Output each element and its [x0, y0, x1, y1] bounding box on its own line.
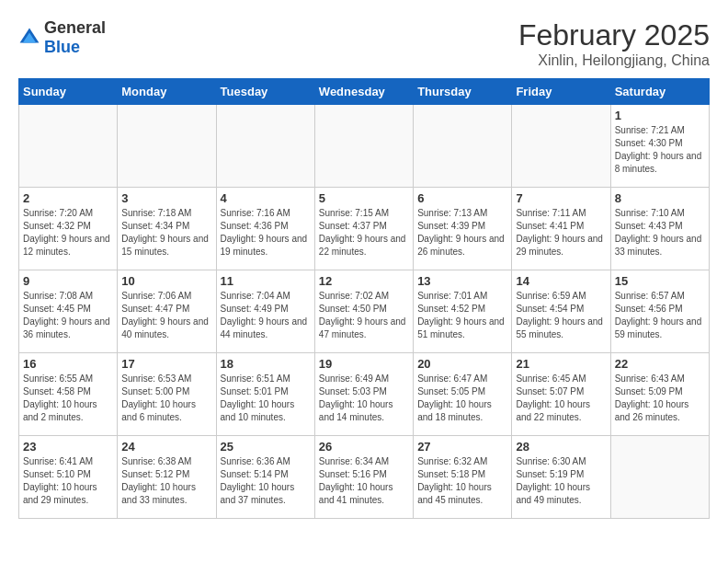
- header-monday: Monday: [118, 79, 216, 105]
- logo-text-blue: Blue: [44, 38, 80, 56]
- day-info: Sunrise: 7:20 AM Sunset: 4:32 PM Dayligh…: [23, 207, 113, 259]
- table-row: 1Sunrise: 7:21 AM Sunset: 4:30 PM Daylig…: [610, 105, 709, 188]
- logo-text-general: General: [44, 18, 106, 37]
- day-number: 18: [221, 357, 311, 371]
- table-row: 24Sunrise: 6:38 AM Sunset: 5:12 PM Dayli…: [118, 436, 216, 519]
- header-thursday: Thursday: [414, 79, 512, 105]
- table-row: 17Sunrise: 6:53 AM Sunset: 5:00 PM Dayli…: [118, 353, 216, 436]
- day-number: 17: [121, 357, 211, 371]
- table-row: [216, 105, 314, 188]
- header-sunday: Sunday: [19, 79, 118, 105]
- table-row: 14Sunrise: 6:59 AM Sunset: 4:54 PM Dayli…: [512, 270, 610, 353]
- day-number: 21: [516, 357, 606, 371]
- table-row: [512, 105, 610, 188]
- day-info: Sunrise: 7:01 AM Sunset: 4:52 PM Dayligh…: [417, 290, 507, 341]
- day-info: Sunrise: 6:47 AM Sunset: 5:05 PM Dayligh…: [417, 373, 507, 424]
- day-number: 4: [221, 191, 311, 205]
- week-row-2: 2Sunrise: 7:20 AM Sunset: 4:32 PM Daylig…: [19, 188, 710, 270]
- week-row-1: 1Sunrise: 7:21 AM Sunset: 4:30 PM Daylig…: [19, 105, 710, 188]
- title-block: February 2025 Xinlin, Heilongjiang, Chin…: [518, 18, 710, 69]
- day-info: Sunrise: 7:10 AM Sunset: 4:43 PM Dayligh…: [615, 207, 705, 259]
- day-info: Sunrise: 6:43 AM Sunset: 5:09 PM Dayligh…: [615, 373, 705, 424]
- table-row: 3Sunrise: 7:18 AM Sunset: 4:34 PM Daylig…: [118, 188, 216, 270]
- day-number: 19: [319, 357, 409, 371]
- day-info: Sunrise: 7:06 AM Sunset: 4:47 PM Dayligh…: [121, 290, 211, 341]
- day-number: 6: [417, 191, 507, 205]
- table-row: [118, 105, 216, 188]
- table-row: 2Sunrise: 7:20 AM Sunset: 4:32 PM Daylig…: [19, 188, 118, 270]
- header-row: Sunday Monday Tuesday Wednesday Thursday…: [19, 79, 710, 105]
- day-number: 11: [221, 274, 311, 288]
- day-info: Sunrise: 6:34 AM Sunset: 5:16 PM Dayligh…: [319, 455, 409, 507]
- day-info: Sunrise: 6:32 AM Sunset: 5:18 PM Dayligh…: [417, 455, 507, 507]
- table-row: 23Sunrise: 6:41 AM Sunset: 5:10 PM Dayli…: [19, 436, 118, 519]
- day-info: Sunrise: 6:45 AM Sunset: 5:07 PM Dayligh…: [516, 373, 606, 424]
- table-row: 12Sunrise: 7:02 AM Sunset: 4:50 PM Dayli…: [314, 270, 413, 353]
- day-info: Sunrise: 7:04 AM Sunset: 4:49 PM Dayligh…: [221, 290, 311, 341]
- table-row: 19Sunrise: 6:49 AM Sunset: 5:03 PM Dayli…: [314, 353, 413, 436]
- day-number: 10: [121, 274, 211, 288]
- table-row: 26Sunrise: 6:34 AM Sunset: 5:16 PM Dayli…: [314, 436, 413, 519]
- day-info: Sunrise: 6:51 AM Sunset: 5:01 PM Dayligh…: [221, 373, 311, 424]
- table-row: 11Sunrise: 7:04 AM Sunset: 4:49 PM Dayli…: [216, 270, 314, 353]
- day-number: 8: [615, 191, 705, 205]
- day-number: 20: [417, 357, 507, 371]
- table-row: 28Sunrise: 6:30 AM Sunset: 5:19 PM Dayli…: [512, 436, 610, 519]
- day-info: Sunrise: 7:08 AM Sunset: 4:45 PM Dayligh…: [23, 290, 113, 341]
- table-row: 20Sunrise: 6:47 AM Sunset: 5:05 PM Dayli…: [414, 353, 512, 436]
- table-row: 8Sunrise: 7:10 AM Sunset: 4:43 PM Daylig…: [610, 188, 709, 270]
- day-info: Sunrise: 6:30 AM Sunset: 5:19 PM Dayligh…: [516, 455, 606, 507]
- day-info: Sunrise: 7:18 AM Sunset: 4:34 PM Dayligh…: [121, 207, 211, 259]
- table-row: 7Sunrise: 7:11 AM Sunset: 4:41 PM Daylig…: [512, 188, 610, 270]
- logo-icon: [18, 27, 40, 49]
- table-row: 10Sunrise: 7:06 AM Sunset: 4:47 PM Dayli…: [118, 270, 216, 353]
- day-number: 5: [319, 191, 409, 205]
- day-number: 14: [516, 274, 606, 288]
- day-number: 9: [23, 274, 113, 288]
- table-row: 16Sunrise: 6:55 AM Sunset: 4:58 PM Dayli…: [19, 353, 118, 436]
- week-row-5: 23Sunrise: 6:41 AM Sunset: 5:10 PM Dayli…: [19, 436, 710, 519]
- day-number: 24: [121, 440, 211, 454]
- day-info: Sunrise: 6:49 AM Sunset: 5:03 PM Dayligh…: [319, 373, 409, 424]
- table-row: [19, 105, 118, 188]
- calendar-subtitle: Xinlin, Heilongjiang, China: [518, 52, 710, 69]
- day-info: Sunrise: 6:57 AM Sunset: 4:56 PM Dayligh…: [615, 290, 705, 341]
- table-row: 9Sunrise: 7:08 AM Sunset: 4:45 PM Daylig…: [19, 270, 118, 353]
- day-info: Sunrise: 7:16 AM Sunset: 4:36 PM Dayligh…: [221, 207, 311, 259]
- day-info: Sunrise: 6:41 AM Sunset: 5:10 PM Dayligh…: [23, 455, 113, 507]
- day-number: 15: [615, 274, 705, 288]
- table-row: 27Sunrise: 6:32 AM Sunset: 5:18 PM Dayli…: [414, 436, 512, 519]
- day-info: Sunrise: 6:59 AM Sunset: 4:54 PM Dayligh…: [516, 290, 606, 341]
- table-row: [414, 105, 512, 188]
- table-row: [610, 436, 709, 519]
- table-row: 5Sunrise: 7:15 AM Sunset: 4:37 PM Daylig…: [314, 188, 413, 270]
- week-row-3: 9Sunrise: 7:08 AM Sunset: 4:45 PM Daylig…: [19, 270, 710, 353]
- day-number: 16: [23, 357, 113, 371]
- day-info: Sunrise: 6:53 AM Sunset: 5:00 PM Dayligh…: [121, 373, 211, 424]
- header-tuesday: Tuesday: [216, 79, 314, 105]
- header-wednesday: Wednesday: [314, 79, 413, 105]
- day-number: 7: [516, 191, 606, 205]
- page-header: General Blue February 2025 Xinlin, Heilo…: [18, 18, 710, 69]
- table-row: [314, 105, 413, 188]
- day-number: 22: [615, 357, 705, 371]
- day-number: 12: [319, 274, 409, 288]
- table-row: 4Sunrise: 7:16 AM Sunset: 4:36 PM Daylig…: [216, 188, 314, 270]
- header-friday: Friday: [512, 79, 610, 105]
- day-number: 1: [615, 109, 705, 122]
- day-info: Sunrise: 6:55 AM Sunset: 4:58 PM Dayligh…: [23, 373, 113, 424]
- day-info: Sunrise: 7:02 AM Sunset: 4:50 PM Dayligh…: [319, 290, 409, 341]
- logo: General Blue: [18, 18, 106, 57]
- table-row: 22Sunrise: 6:43 AM Sunset: 5:09 PM Dayli…: [610, 353, 709, 436]
- header-saturday: Saturday: [610, 79, 709, 105]
- day-number: 25: [221, 440, 311, 454]
- day-info: Sunrise: 7:15 AM Sunset: 4:37 PM Dayligh…: [319, 207, 409, 259]
- week-row-4: 16Sunrise: 6:55 AM Sunset: 4:58 PM Dayli…: [19, 353, 710, 436]
- day-info: Sunrise: 6:38 AM Sunset: 5:12 PM Dayligh…: [121, 455, 211, 507]
- calendar-title: February 2025: [518, 18, 710, 52]
- day-info: Sunrise: 7:21 AM Sunset: 4:30 PM Dayligh…: [615, 124, 705, 176]
- calendar-table: Sunday Monday Tuesday Wednesday Thursday…: [18, 78, 710, 519]
- day-number: 3: [121, 191, 211, 205]
- day-number: 13: [417, 274, 507, 288]
- table-row: 18Sunrise: 6:51 AM Sunset: 5:01 PM Dayli…: [216, 353, 314, 436]
